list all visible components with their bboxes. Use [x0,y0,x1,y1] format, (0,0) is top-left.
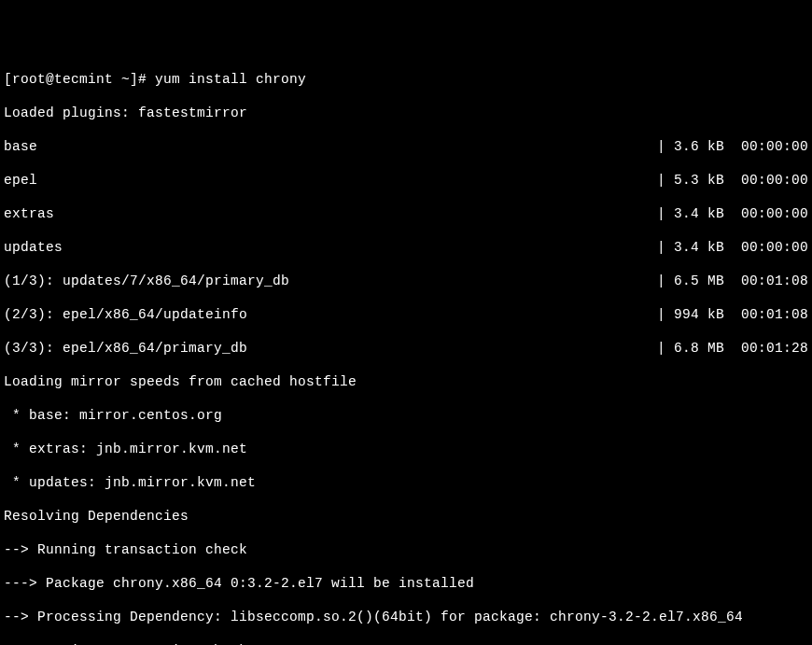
mirror-loading: Loading mirror speeds from cached hostfi… [4,373,808,390]
resolving-header: Resolving Dependencies [4,508,808,525]
repo-line: epel| 5.3 kB 00:00:00 [4,172,808,189]
repo-line: updates| 3.4 kB 00:00:00 [4,239,808,256]
mirror-entry: * base: mirror.centos.org [4,407,808,424]
transaction-step: --> Running transaction check [4,541,808,558]
download-line: (3/3): epel/x86_64/primary_db| 6.8 MB 00… [4,340,808,357]
download-name: (3/3): epel/x86_64/primary_db [4,340,247,357]
repo-name: updates [4,239,63,256]
download-name: (1/3): updates/7/x86_64/primary_db [4,273,289,289]
mirror-entry: * updates: jnb.mirror.kvm.net [4,474,808,491]
mirror-entry: * extras: jnb.mirror.kvm.net [4,441,808,457]
plugins-output: Loaded plugins: fastestmirror [4,105,808,121]
shell-prompt[interactable]: [root@tecmint ~]# yum install chrony [4,71,808,88]
download-stats: | 6.8 MB 00:01:28 [657,340,808,357]
download-stats: | 6.5 MB 00:01:08 [657,273,808,289]
repo-name: epel [4,172,37,189]
download-stats: | 994 kB 00:01:08 [657,306,808,323]
transaction-step: ---> Package chrony.x86_64 0:3.2-2.el7 w… [4,575,808,592]
download-name: (2/3): epel/x86_64/updateinfo [4,306,247,323]
download-line: (1/3): updates/7/x86_64/primary_db| 6.5 … [4,273,808,289]
repo-stats: | 3.4 kB 00:00:00 [657,239,808,256]
repo-name: base [4,138,37,155]
repo-stats: | 5.3 kB 00:00:00 [657,172,808,189]
repo-line: extras| 3.4 kB 00:00:00 [4,205,808,222]
download-line: (2/3): epel/x86_64/updateinfo| 994 kB 00… [4,306,808,323]
repo-stats: | 3.6 kB 00:00:00 [657,138,808,155]
repo-stats: | 3.4 kB 00:00:00 [657,205,808,222]
transaction-step: --> Processing Dependency: libseccomp.so… [4,609,808,625]
repo-line: base| 3.6 kB 00:00:00 [4,138,808,155]
repo-name: extras [4,205,54,222]
